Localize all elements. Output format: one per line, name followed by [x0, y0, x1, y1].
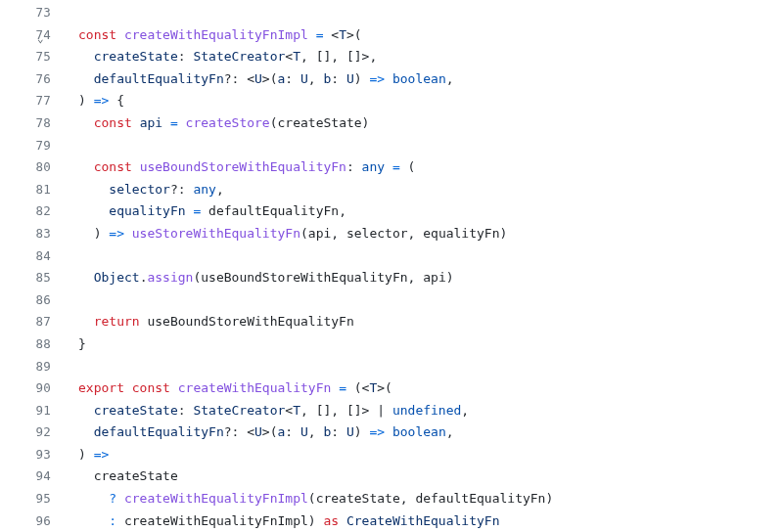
- code-line[interactable]: 74⌄const createWithEqualityFnImpl = <T>(: [0, 24, 783, 47]
- token-op: :: [109, 513, 116, 528]
- gutter[interactable]: 89: [0, 356, 57, 378]
- code-content[interactable]: const api = createStore(createState): [57, 112, 369, 135]
- token-plain: [78, 424, 94, 439]
- token-punct: ,: [308, 424, 324, 439]
- token-punct: ,: [408, 270, 424, 285]
- gutter[interactable]: 73: [0, 2, 57, 24]
- gutter[interactable]: 91: [0, 400, 57, 422]
- token-plain: [109, 93, 116, 108]
- gutter[interactable]: 78: [0, 112, 57, 135]
- gutter[interactable]: 77: [0, 90, 57, 112]
- token-punct: (: [408, 159, 416, 174]
- code-line[interactable]: 89: [0, 356, 783, 378]
- token-plain: [78, 513, 109, 528]
- gutter[interactable]: 96: [0, 510, 57, 532]
- code-content[interactable]: export const createWithEqualityFn = (<T>…: [57, 377, 392, 400]
- token-punct: ): [545, 491, 553, 506]
- code-line[interactable]: 94 createState: [0, 466, 783, 488]
- code-content[interactable]: }: [57, 333, 86, 356]
- token-type: T: [293, 49, 300, 64]
- token-op: =>: [94, 93, 110, 108]
- gutter[interactable]: 93: [0, 444, 57, 466]
- code-line[interactable]: 78 const api = createStore(createState): [0, 112, 783, 135]
- line-number: 92: [36, 421, 51, 444]
- gutter[interactable]: 75: [0, 46, 57, 68]
- token-plain: [178, 115, 186, 130]
- gutter[interactable]: 74⌄: [0, 24, 57, 47]
- code-line[interactable]: 76 defaultEqualityFn?: <U>(a: U, b: U) =…: [0, 68, 783, 91]
- code-line[interactable]: 95 ? createWithEqualityFnImpl(createStat…: [0, 488, 783, 510]
- code-line[interactable]: 91 createState: StateCreator<T, [], []> …: [0, 400, 783, 422]
- line-number: 79: [36, 135, 51, 157]
- code-line[interactable]: 79: [0, 135, 783, 157]
- token-param: equalityFn: [109, 203, 185, 218]
- code-line[interactable]: 84: [0, 245, 783, 268]
- token-type: StateCreator: [193, 403, 285, 418]
- code-editor[interactable]: 7374⌄const createWithEqualityFnImpl = <T…: [0, 0, 783, 532]
- line-number: 94: [36, 466, 51, 488]
- gutter[interactable]: 81: [0, 179, 57, 201]
- code-line[interactable]: 83 ) => useStoreWithEqualityFn(api, sele…: [0, 223, 783, 245]
- code-line[interactable]: 81 selector?: any,: [0, 179, 783, 201]
- line-number: 96: [36, 510, 51, 532]
- gutter[interactable]: 88: [0, 333, 57, 356]
- code-content[interactable]: ? createWithEqualityFnImpl(createState, …: [57, 488, 553, 510]
- code-line[interactable]: 82 equalityFn = defaultEqualityFn,: [0, 200, 783, 223]
- code-content[interactable]: defaultEqualityFn?: <U>(a: U, b: U) => b…: [57, 421, 454, 444]
- code-content[interactable]: defaultEqualityFn?: <U>(a: U, b: U) => b…: [57, 68, 454, 91]
- gutter[interactable]: 83: [0, 223, 57, 245]
- code-line[interactable]: 90export const createWithEqualityFn = (<…: [0, 377, 783, 400]
- line-number: 75: [36, 46, 51, 68]
- gutter[interactable]: 79: [0, 135, 57, 157]
- gutter[interactable]: 94: [0, 466, 57, 488]
- token-op: =: [392, 159, 400, 174]
- line-number: 85: [36, 267, 51, 289]
- code-content[interactable]: equalityFn = defaultEqualityFn,: [57, 200, 346, 223]
- code-content[interactable]: selector?: any,: [57, 179, 224, 201]
- code-line[interactable]: 87 return useBoundStoreWithEqualityFn: [0, 311, 783, 333]
- code-line[interactable]: 86: [0, 289, 783, 312]
- code-content[interactable]: return useBoundStoreWithEqualityFn: [57, 311, 354, 333]
- token-punct: ,: [446, 71, 454, 86]
- code-line[interactable]: 92 defaultEqualityFn?: <U>(a: U, b: U) =…: [0, 421, 783, 444]
- token-param: defaultEqualityFn: [94, 71, 224, 86]
- token-kw: return: [94, 314, 140, 329]
- gutter[interactable]: 76: [0, 68, 57, 91]
- gutter[interactable]: 82: [0, 200, 57, 223]
- code-content[interactable]: ) => {: [57, 90, 124, 112]
- code-line[interactable]: 93) =>: [0, 444, 783, 466]
- code-line[interactable]: 73: [0, 2, 783, 24]
- gutter[interactable]: 86: [0, 289, 57, 312]
- token-type: U: [254, 71, 262, 86]
- code-content[interactable]: Object.assign(useBoundStoreWithEqualityF…: [57, 267, 454, 289]
- token-op: ?: [109, 491, 116, 506]
- token-punct: :: [285, 71, 300, 86]
- code-line[interactable]: 80 const useBoundStoreWithEqualityFn: an…: [0, 156, 783, 179]
- token-kw: const: [94, 115, 132, 130]
- code-line[interactable]: 77) => {: [0, 90, 783, 112]
- gutter[interactable]: 85: [0, 267, 57, 289]
- gutter[interactable]: 92: [0, 421, 57, 444]
- gutter[interactable]: 80: [0, 156, 57, 179]
- code-content[interactable]: const useBoundStoreWithEqualityFn: any =…: [57, 156, 415, 179]
- gutter[interactable]: 87: [0, 311, 57, 333]
- token-builtin: boolean: [392, 71, 446, 86]
- code-content[interactable]: ) =>: [57, 444, 109, 466]
- code-line[interactable]: 88}: [0, 333, 783, 356]
- code-content[interactable]: createState: StateCreator<T, [], []> | u…: [57, 400, 469, 422]
- line-number: 76: [36, 68, 51, 91]
- token-plain: [339, 513, 346, 528]
- code-line[interactable]: 96 : createWithEqualityFnImpl) as Create…: [0, 510, 783, 532]
- code-line[interactable]: 75 createState: StateCreator<T, [], []>,: [0, 46, 783, 68]
- token-op: =>: [369, 424, 385, 439]
- code-content[interactable]: createState: StateCreator<T, [], []>,: [57, 46, 377, 68]
- code-content[interactable]: ) => useStoreWithEqualityFn(api, selecto…: [57, 223, 507, 245]
- code-line[interactable]: 85 Object.assign(useBoundStoreWithEquali…: [0, 267, 783, 289]
- gutter[interactable]: 95: [0, 488, 57, 510]
- gutter[interactable]: 84: [0, 245, 57, 268]
- code-content[interactable]: createState: [57, 466, 178, 488]
- code-content[interactable]: const createWithEqualityFnImpl = <T>(: [57, 24, 362, 47]
- token-plain: [124, 380, 132, 395]
- gutter[interactable]: 90: [0, 377, 57, 400]
- code-content[interactable]: : createWithEqualityFnImpl) as CreateWit…: [57, 510, 500, 532]
